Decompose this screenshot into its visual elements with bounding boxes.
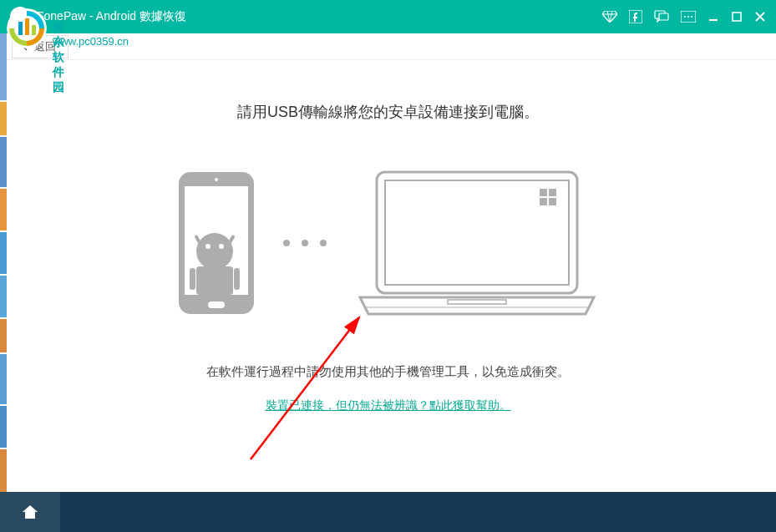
facebook-icon[interactable] [629,10,642,23]
svg-rect-24 [190,268,195,290]
svg-rect-25 [234,268,240,290]
svg-point-18 [196,233,233,270]
svg-point-16 [215,178,218,181]
svg-rect-31 [549,189,556,196]
svg-point-10 [687,16,689,18]
svg-rect-28 [448,300,506,304]
home-icon [21,504,39,520]
phone-icon [175,168,258,318]
connection-illustration [50,164,726,322]
side-decoration [0,33,8,492]
minimize-button[interactable] [708,11,719,23]
back-label: 返回 [34,39,56,54]
svg-point-9 [684,16,686,18]
diamond-icon[interactable] [602,11,617,23]
help-link[interactable]: 裝置已連接，但仍無法被辨識？點此獲取幫助。 [266,398,511,413]
bottom-bar [0,492,776,532]
app-logo-icon [10,7,30,27]
svg-rect-7 [659,13,668,20]
laptop-icon [352,164,602,322]
maximize-button[interactable] [731,11,743,23]
svg-rect-30 [540,189,547,196]
svg-rect-32 [540,198,547,205]
main-content: 請用USB傳輸線將您的安卓設備連接到電腦。 [0,60,776,447]
svg-rect-12 [709,19,718,21]
back-bar: 返回 [0,33,776,60]
svg-point-19 [205,244,210,249]
back-button[interactable]: 返回 [12,35,68,58]
svg-rect-13 [733,13,741,21]
svg-rect-33 [549,198,556,205]
svg-point-11 [691,16,692,18]
close-button[interactable] [754,11,766,23]
feedback-icon[interactable] [654,10,669,23]
app-title: FonePaw - Android 數據恢復 [37,9,602,24]
svg-rect-17 [208,301,225,308]
svg-point-20 [219,244,224,249]
warning-text: 在軟件運行過程中請勿使用其他的手機管理工具，以免造成衝突。 [50,364,726,380]
svg-rect-4 [22,15,25,17]
titlebar: FonePaw - Android 數據恢復 [0,0,776,33]
arrow-left-icon [21,43,29,51]
connection-dots [283,240,327,246]
menu-icon[interactable] [681,11,696,23]
instruction-text: 請用USB傳輸線將您的安卓設備連接到電腦。 [50,102,726,122]
home-button[interactable] [0,492,60,532]
svg-rect-23 [196,266,233,295]
